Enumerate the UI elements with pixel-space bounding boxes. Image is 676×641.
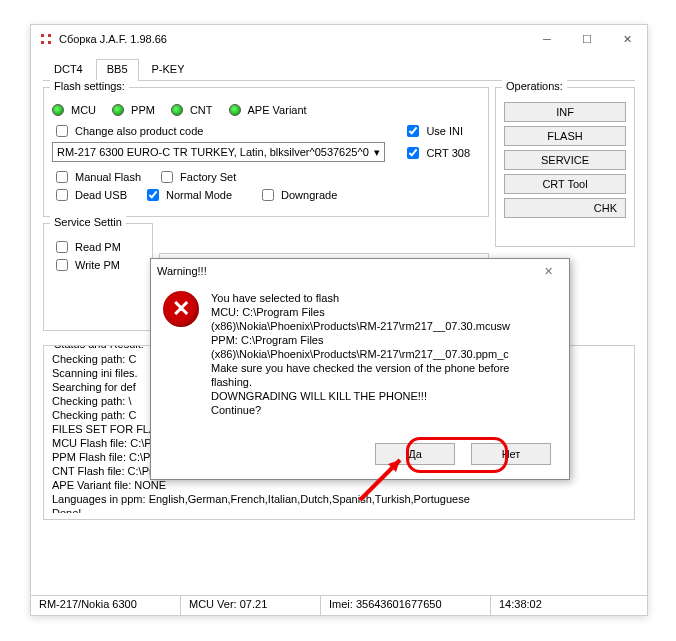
svg-rect-2 bbox=[41, 41, 44, 44]
inf-button[interactable]: INF bbox=[504, 102, 626, 122]
change-product-code-checkbox[interactable]: Change also product code bbox=[52, 122, 375, 140]
minimize-button[interactable]: ─ bbox=[527, 25, 567, 53]
tab-bb5[interactable]: BB5 bbox=[96, 59, 139, 81]
svg-rect-0 bbox=[41, 34, 44, 37]
operations-legend: Operations: bbox=[502, 80, 567, 92]
service-button[interactable]: SERVICE bbox=[504, 150, 626, 170]
led-icon bbox=[112, 104, 124, 116]
mcu-toggle[interactable]: MCU bbox=[52, 104, 96, 116]
window-title: Сборка J.A.F. 1.98.66 bbox=[59, 33, 527, 45]
chk-button-partial[interactable]: CHK bbox=[504, 198, 626, 218]
ape-toggle[interactable]: APE Variant bbox=[229, 104, 307, 116]
normal-mode-checkbox[interactable]: Normal Mode bbox=[143, 186, 232, 204]
dialog-close-button[interactable]: ✕ bbox=[533, 265, 563, 278]
flash-settings-legend: Flash settings: bbox=[50, 80, 129, 92]
statusbar-mcu-ver: MCU Ver: 07.21 bbox=[181, 596, 321, 615]
service-settings-legend: Service Settin bbox=[50, 216, 126, 228]
tab-pkey[interactable]: P-KEY bbox=[141, 59, 196, 81]
close-button[interactable]: ✕ bbox=[607, 25, 647, 53]
downgrade-checkbox[interactable]: Downgrade bbox=[258, 186, 337, 204]
dialog-title: Warning!!! bbox=[157, 265, 207, 277]
cnt-toggle[interactable]: CNT bbox=[171, 104, 213, 116]
no-button[interactable]: Нет bbox=[471, 443, 551, 465]
product-code-dropdown[interactable]: RM-217 6300 EURO-C TR TURKEY, Latin, blk… bbox=[52, 142, 385, 162]
read-pm-checkbox[interactable]: Read PM bbox=[52, 238, 134, 256]
status-legend: Status and Result: bbox=[50, 345, 148, 350]
statusbar-model: RM-217/Nokia 6300 bbox=[31, 596, 181, 615]
use-ini-checkbox[interactable]: Use INI bbox=[403, 122, 470, 140]
led-icon bbox=[52, 104, 64, 116]
svg-rect-1 bbox=[48, 34, 51, 37]
warning-dialog: Warning!!! ✕ ✕ You have selected to flas… bbox=[150, 258, 570, 480]
svg-rect-3 bbox=[48, 41, 51, 44]
maximize-button[interactable]: ☐ bbox=[567, 25, 607, 53]
app-icon bbox=[39, 32, 53, 46]
crt308-checkbox[interactable]: CRT 308 bbox=[403, 144, 470, 162]
service-settings-group: Service Settin Read PM Write PM bbox=[43, 223, 153, 331]
dialog-titlebar: Warning!!! ✕ bbox=[151, 259, 569, 283]
manual-flash-checkbox[interactable]: Manual Flash bbox=[52, 168, 141, 186]
dialog-message: You have selected to flash MCU: C:\Progr… bbox=[211, 291, 510, 417]
flash-settings-group: Flash settings: MCU PPM CNT APE Variant … bbox=[43, 87, 489, 217]
error-icon: ✕ bbox=[163, 291, 199, 327]
tab-dct4[interactable]: DCT4 bbox=[43, 59, 94, 81]
tab-strip: DCT4 BB5 P-KEY bbox=[43, 59, 635, 81]
write-pm-checkbox[interactable]: Write PM bbox=[52, 256, 134, 274]
led-icon bbox=[229, 104, 241, 116]
factory-set-checkbox[interactable]: Factory Set bbox=[157, 168, 236, 186]
ppm-toggle[interactable]: PPM bbox=[112, 104, 155, 116]
statusbar-time: 14:38:02 bbox=[491, 596, 647, 615]
operations-group: Operations: INF FLASH SERVICE CRT Tool C… bbox=[495, 87, 635, 247]
led-icon bbox=[171, 104, 183, 116]
chevron-down-icon: ▾ bbox=[374, 146, 380, 159]
statusbar-imei: Imei: 35643601677650 bbox=[321, 596, 491, 615]
status-bar: RM-217/Nokia 6300 MCU Ver: 07.21 Imei: 3… bbox=[31, 595, 647, 615]
yes-button[interactable]: Да bbox=[375, 443, 455, 465]
crt-tool-button[interactable]: CRT Tool bbox=[504, 174, 626, 194]
titlebar: Сборка J.A.F. 1.98.66 ─ ☐ ✕ bbox=[31, 25, 647, 53]
dead-usb-checkbox[interactable]: Dead USB bbox=[52, 186, 127, 204]
flash-button[interactable]: FLASH bbox=[504, 126, 626, 146]
